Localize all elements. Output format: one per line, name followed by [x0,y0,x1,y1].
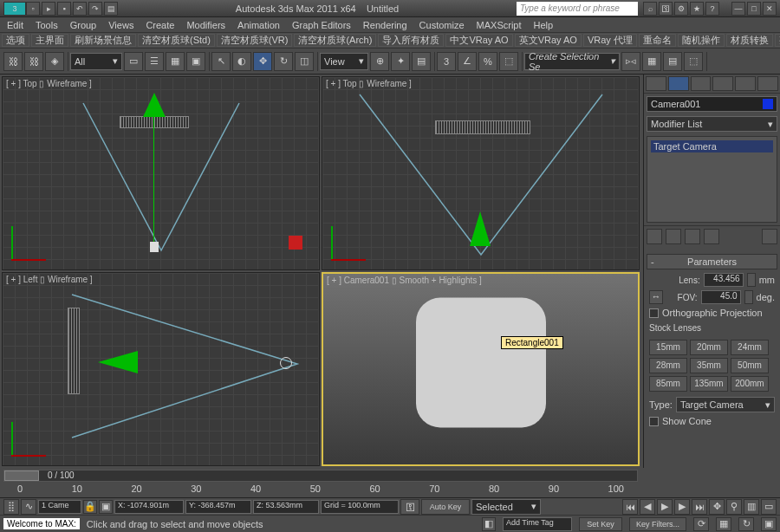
viewport-top-left[interactable]: [ + ] Top ▯ Wireframe ] [2,76,320,270]
menu-edit[interactable]: Edit [7,20,23,30]
cn-btn-1[interactable]: 主界面 [31,34,68,47]
lens-85[interactable]: 85mm [649,376,687,392]
lens-200[interactable]: 200mm [731,376,769,392]
configure-icon[interactable] [762,229,777,244]
lens-15[interactable]: 15mm [649,340,687,355]
remove-mod-icon[interactable] [704,229,719,244]
bind-icon[interactable]: ◈ [45,52,64,71]
move-icon[interactable]: ✥ [253,52,272,71]
cn-btn-7[interactable]: 中文VRay AO [445,34,512,47]
menu-customize[interactable]: Customize [419,20,465,30]
cn-btn-12[interactable]: 材质转换 [726,34,773,47]
menu-grapheditors[interactable]: Graph Editors [292,20,351,30]
nav-max-icon[interactable]: ▭ [761,499,777,515]
isolate-icon[interactable]: ▣ [99,500,113,514]
fov-input[interactable]: 45.0 [701,290,741,304]
modifier-list-dropdown[interactable]: Modifier List▾ [647,116,777,132]
nav-dolly-icon[interactable]: ▦ [716,517,731,531]
viewport-label[interactable]: [ + ] Left ▯ Wireframe ] [6,275,93,284]
goto-end-icon[interactable]: ⏭ [692,499,707,515]
new-icon[interactable]: ▫ [26,2,40,16]
cn-btn-9[interactable]: VRay 代理 [583,34,637,47]
viewport-label[interactable]: [ + ] Camera001 ▯ Smooth + Highlights ] [327,276,482,285]
undo-icon[interactable]: ↶ [73,2,87,16]
menu-rendering[interactable]: Rendering [363,20,407,30]
tab-motion[interactable] [712,76,733,91]
show-end-icon[interactable] [666,229,681,244]
lens-28[interactable]: 28mm [649,358,687,373]
cn-btn-0[interactable]: 选项 [2,34,29,47]
cn-btn-10[interactable]: 重命名 [639,34,676,47]
cn-btn-8[interactable]: 英文VRay AO [515,34,582,47]
spinner-snap-icon[interactable]: ⬚ [499,52,518,71]
pin-stack-icon[interactable] [647,229,662,244]
cn-btn-2[interactable]: 刷新场景信息 [70,34,136,47]
slider-thumb[interactable] [4,470,39,481]
stack-item[interactable]: Target Camera [651,140,773,152]
play-icon[interactable]: ▶ [657,499,673,515]
snap-icon[interactable]: 3 [437,52,456,71]
tab-display[interactable] [735,76,756,91]
minimize-button[interactable]: — [731,2,745,16]
cn-btn-5[interactable]: 清空材质球(Arch) [294,34,376,47]
app-menu-button[interactable]: 3 [3,2,26,16]
ref-coord-dropdown[interactable]: View▾ [320,53,368,70]
fov-dir-icon[interactable]: ↔ [649,290,663,304]
next-frame-icon[interactable]: ▶ [674,499,690,515]
window-crossing-icon[interactable]: ▣ [186,52,205,71]
coord-y[interactable]: Y: -368.457m [185,500,251,514]
modifier-stack[interactable]: Target Camera [647,136,777,223]
prev-frame-icon[interactable]: ◀ [640,499,655,515]
viewport-label[interactable]: [ + ] Top ▯ Wireframe ] [6,79,92,88]
viewport-top-right[interactable]: [ + ] Top ▯ Wireframe ] [322,76,640,270]
menu-maxscript[interactable]: MAXScript [477,20,522,30]
keyfilters-button[interactable]: Key Filters... [629,517,686,531]
autokey-button[interactable]: Auto Key [421,499,470,515]
lens-50[interactable]: 50mm [731,358,769,373]
camera-type-dropdown[interactable]: Target Camera▾ [676,397,775,412]
coord-x[interactable]: X: -1074.901m [114,500,184,514]
cn-btn-3[interactable]: 清空材质球(Std) [138,34,215,47]
viewport-label[interactable]: [ + ] Top ▯ Wireframe ] [326,79,412,88]
tab-create[interactable] [646,76,666,91]
fov-spinner[interactable] [744,290,753,304]
align-icon[interactable]: ▦ [642,52,661,71]
viewport-camera[interactable]: [ + ] Camera001 ▯ Smooth + Highlights ] … [322,272,640,466]
nav-orbit-icon[interactable]: ⟳ [693,517,709,531]
script-listener-icon[interactable]: ◧ [482,517,496,531]
nav-zoom-icon[interactable]: ⚲ [726,499,742,515]
time-config-icon[interactable]: ⣿ [3,499,19,515]
nav-fov-icon[interactable]: ▥ [744,499,759,515]
unique-icon[interactable] [685,229,700,244]
select-icon[interactable]: ▭ [124,52,143,71]
time-slider[interactable]: 0 / 100 [3,470,638,482]
key-icon[interactable]: ⚿ [400,499,419,515]
comm-icon[interactable]: ⚙ [674,2,688,16]
menu-help[interactable]: Help [534,20,554,30]
menu-modifiers[interactable]: Modifiers [186,20,225,30]
link-icon[interactable]: ⛓ [3,52,23,71]
select-region-icon[interactable]: ▦ [166,52,185,71]
rollout-parameters[interactable]: -Parameters [647,254,777,269]
favorite-icon[interactable]: ★ [690,2,704,16]
menu-create[interactable]: Create [146,20,174,30]
cn-btn-11[interactable]: 随机操作 [678,34,725,47]
timetag-button[interactable]: Add Time Tag [503,517,572,531]
tab-hierarchy[interactable] [691,76,712,91]
pivot-icon[interactable]: ⊕ [370,52,389,71]
menu-views[interactable]: Views [108,20,133,30]
lens-spinner[interactable] [747,273,756,287]
lens-135[interactable]: 135mm [690,376,728,392]
cn-btn-6[interactable]: 导入所有材质 [378,34,444,47]
keymode-dropdown[interactable]: Selected▾ [471,499,541,515]
lens-24[interactable]: 24mm [731,340,769,355]
object-color-swatch[interactable] [763,99,773,109]
curve-editor-icon[interactable]: ⬚ [684,52,703,71]
select-object-icon[interactable]: ↖ [211,52,231,71]
showcone-checkbox[interactable] [649,417,659,426]
help-icon[interactable]: ? [705,2,719,16]
percent-snap-icon[interactable]: % [478,52,497,71]
key-icon[interactable]: ⚿ [659,2,673,16]
cn-btn-4[interactable]: 清空材质球(VR) [217,34,293,47]
paint-select-icon[interactable]: ◐ [232,52,251,71]
